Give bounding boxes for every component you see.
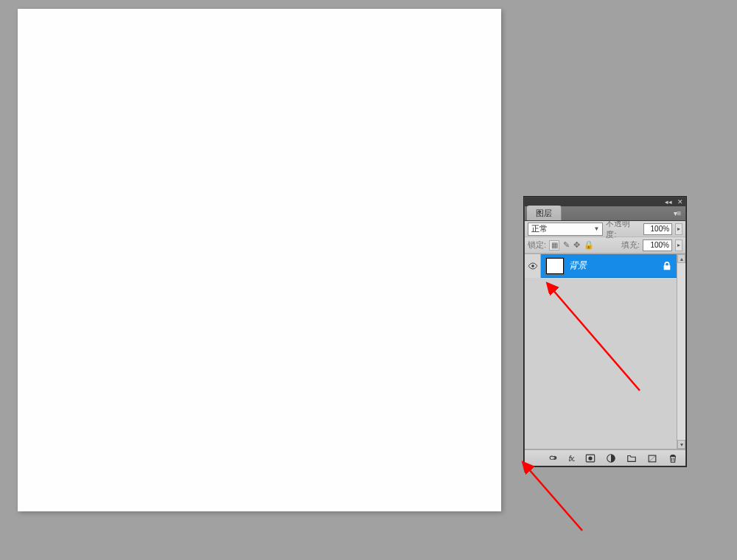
lock-all-icon[interactable]: 🔒 xyxy=(584,240,594,251)
svg-point-0 xyxy=(531,265,534,267)
blend-opacity-row: 正常 ▼ 不透明度: 100% ▸ xyxy=(525,221,685,237)
layer-fx-icon[interactable]: fx. xyxy=(568,452,575,464)
fill-label: 填充: xyxy=(621,239,640,251)
blend-mode-value: 正常 xyxy=(531,223,548,234)
new-group-icon[interactable] xyxy=(626,452,637,464)
svg-line-6 xyxy=(528,468,582,531)
new-layer-icon[interactable] xyxy=(647,452,657,464)
fill-input[interactable]: 100% xyxy=(643,239,672,251)
lock-fill-row: 锁定: ▦ ✎ ✥ 🔒 填充: 100% ▸ xyxy=(525,237,685,253)
chevron-down-icon: ▼ xyxy=(593,225,599,232)
opacity-slider-icon[interactable]: ▸ xyxy=(675,223,682,235)
link-layers-icon[interactable] xyxy=(548,452,558,464)
document-canvas[interactable] xyxy=(18,9,501,511)
tab-label: 图层 xyxy=(536,208,552,219)
tab-layers[interactable]: 图层 xyxy=(527,206,562,220)
delete-layer-icon[interactable] xyxy=(668,452,678,464)
lock-position-icon[interactable]: ✥ xyxy=(573,240,580,251)
svg-point-2 xyxy=(588,456,592,460)
lock-pixels-icon[interactable]: ✎ xyxy=(563,240,570,251)
lock-icon-group: ▦ ✎ ✥ 🔒 xyxy=(549,240,594,251)
blend-mode-select[interactable]: 正常 ▼ xyxy=(528,223,603,236)
fill-slider-icon[interactable]: ▸ xyxy=(675,239,682,251)
close-icon[interactable]: ✕ xyxy=(677,198,684,206)
panel-menu-icon[interactable]: ▾≡ xyxy=(672,209,682,219)
collapse-icon[interactable]: ◂◂ xyxy=(665,198,672,206)
opacity-input[interactable]: 100% xyxy=(643,223,672,235)
eye-icon xyxy=(528,262,538,270)
layer-mask-icon[interactable] xyxy=(585,452,595,464)
scroll-down-icon[interactable]: ▾ xyxy=(677,440,685,449)
lock-transparent-icon[interactable]: ▦ xyxy=(549,240,559,251)
layer-name[interactable]: 背景 xyxy=(569,259,662,272)
layer-lock-icon xyxy=(662,261,672,271)
layer-list-scrollbar[interactable]: ▴ ▾ xyxy=(677,254,685,449)
layer-visibility-toggle[interactable] xyxy=(525,254,541,278)
opacity-label: 不透明度: xyxy=(606,218,640,240)
lock-label: 锁定: xyxy=(528,239,546,251)
panel-tabbar: 图层 ▾≡ xyxy=(525,206,685,221)
layer-thumbnail[interactable] xyxy=(545,257,565,275)
adjustment-layer-icon[interactable] xyxy=(606,452,616,464)
panel-bottom-bar: fx. xyxy=(525,449,685,466)
layers-panel: ◂◂ ✕ 图层 ▾≡ 正常 ▼ 不透明度: 100% ▸ 锁定: ▦ ✎ ✥ 🔒… xyxy=(524,197,686,466)
scroll-up-icon[interactable]: ▴ xyxy=(677,254,685,263)
layer-list: 背景 ▴ ▾ xyxy=(525,253,685,449)
layer-row-background[interactable]: 背景 xyxy=(525,254,677,278)
